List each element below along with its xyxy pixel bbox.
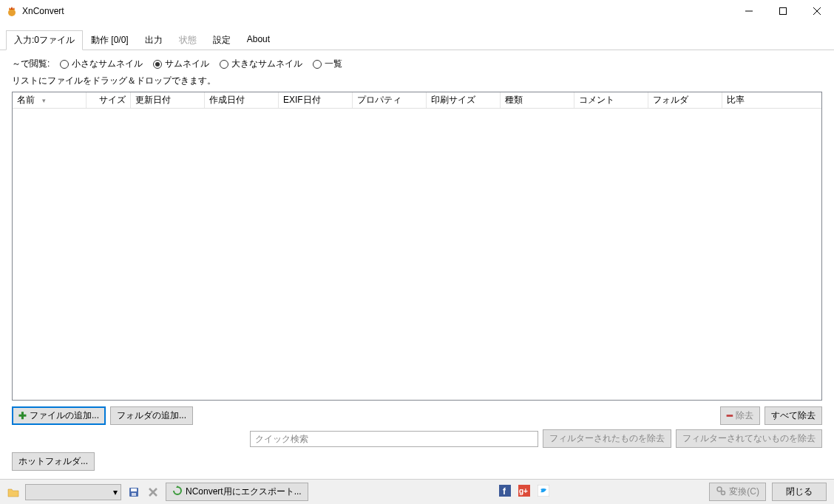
col-size[interactable]: サイズ <box>87 92 131 108</box>
remove-all-button[interactable]: すべて除去 <box>764 406 822 425</box>
export-nconvert-button[interactable]: NConvert用にエクスポート... <box>166 483 308 501</box>
plus-icon: ✚ <box>18 410 27 421</box>
close-app-button[interactable]: 閉じる <box>772 483 827 501</box>
convert-button[interactable]: 変換(C) <box>709 483 766 501</box>
close-button[interactable] <box>800 0 834 22</box>
statusbar: ▾ NConvert用にエクスポート... f g+ 変換(C) 閉じる <box>0 479 834 504</box>
add-folder-button[interactable]: フォルダの追加... <box>110 406 193 425</box>
svg-rect-2 <box>780 8 787 15</box>
minus-icon: ━ <box>727 410 733 421</box>
tab-settings[interactable]: 設定 <box>205 30 239 50</box>
facebook-icon[interactable]: f <box>499 485 511 499</box>
maximize-button[interactable] <box>766 0 800 22</box>
svg-point-16 <box>722 491 725 495</box>
tab-input[interactable]: 入力:0ファイル <box>6 30 83 50</box>
col-name[interactable]: 名前▾ <box>13 92 87 108</box>
tab-about[interactable]: About <box>239 30 278 50</box>
table-header: 名前▾ サイズ 更新日付 作成日付 EXIF日付 プロパティ 印刷サイズ 種類 … <box>13 92 821 109</box>
hot-folder-button[interactable]: ホットフォルダ... <box>12 452 95 471</box>
radio-list[interactable]: 一覧 <box>313 58 342 70</box>
folder-icon[interactable] <box>7 486 19 498</box>
radio-thumb[interactable]: サムネイル <box>153 58 209 70</box>
tab-status: 状態 <box>171 30 205 50</box>
col-created[interactable]: 作成日付 <box>205 92 279 108</box>
save-icon[interactable] <box>127 486 140 499</box>
hotfolder-row: ホットフォルダ... <box>12 452 822 471</box>
chevron-down-icon: ▾ <box>113 487 118 497</box>
col-comment[interactable]: コメント <box>574 92 648 108</box>
refresh-icon <box>172 486 183 498</box>
radio-large-thumb[interactable]: 大きなサムネイル <box>220 58 302 70</box>
remove-not-filtered-button[interactable]: フィルターされてないものを除去 <box>676 429 822 448</box>
twitter-icon[interactable] <box>538 485 549 499</box>
tab-actions[interactable]: 動作 [0/0] <box>83 30 137 50</box>
radio-small-thumb[interactable]: 小さなサムネイル <box>60 58 143 70</box>
col-folder[interactable]: フォルダ <box>648 92 722 108</box>
delete-icon[interactable] <box>146 486 160 499</box>
filter-row: フィルターされたものを除去 フィルターされてないものを除去 <box>12 429 822 448</box>
tabbar: 入力:0ファイル 動作 [0/0] 出力 状態 設定 About <box>0 30 834 50</box>
window-title: XnConvert <box>22 6 64 16</box>
file-table[interactable]: 名前▾ サイズ 更新日付 作成日付 EXIF日付 プロパティ 印刷サイズ 種類 … <box>12 92 822 401</box>
remove-filtered-button[interactable]: フィルターされたものを除去 <box>543 429 671 448</box>
gears-icon <box>716 486 726 498</box>
titlebar: XnConvert <box>0 0 834 22</box>
gplus-icon[interactable]: g+ <box>518 485 530 499</box>
add-file-button[interactable]: ✚ファイルの追加... <box>12 406 106 425</box>
col-properties[interactable]: プロパティ <box>353 92 427 108</box>
social-icons: f g+ <box>499 485 549 499</box>
view-prefix: ～で閲覧: <box>12 58 50 70</box>
svg-point-15 <box>717 487 722 491</box>
file-buttons: ✚ファイルの追加... フォルダの追加... ━除去 すべて除去 <box>12 406 822 425</box>
svg-text:g+: g+ <box>519 487 528 495</box>
col-ratio[interactable]: 比率 <box>722 92 821 108</box>
remove-button[interactable]: ━除去 <box>720 406 760 425</box>
preset-combo[interactable]: ▾ <box>25 484 121 500</box>
sort-icon: ▾ <box>42 97 46 104</box>
svg-point-0 <box>8 9 16 16</box>
svg-rect-7 <box>132 493 136 496</box>
col-exif[interactable]: EXIF日付 <box>279 92 353 108</box>
view-options: ～で閲覧: 小さなサムネイル サムネイル 大きなサムネイル 一覧 <box>12 58 822 70</box>
col-kind[interactable]: 種類 <box>501 92 574 108</box>
col-printsize[interactable]: 印刷サイズ <box>427 92 501 108</box>
quick-search-input[interactable] <box>250 431 538 447</box>
svg-rect-6 <box>131 488 137 491</box>
col-modified[interactable]: 更新日付 <box>131 92 205 108</box>
drag-hint: リストにファイルをドラッグ＆ドロップできます。 <box>12 75 822 87</box>
minimize-button[interactable] <box>732 0 766 22</box>
tab-output[interactable]: 出力 <box>137 30 171 50</box>
app-icon <box>6 5 18 17</box>
